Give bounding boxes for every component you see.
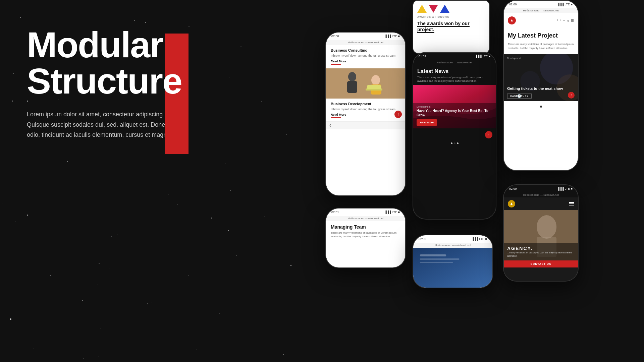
star-random-32 xyxy=(7,9,8,9)
status-bar-bottom-mid: 02:00 ▐▐▐ LTE ■ xyxy=(413,235,492,243)
url-news: Небезопасно — rainbowit.net xyxy=(413,60,496,65)
blog-text-2: I throw myself down among the tall grass… xyxy=(331,107,400,112)
phone-project-screen: 02:00 ▐▐▐ LTE ■ Небезопасно — rainbowit.… xyxy=(504,1,578,170)
blog-text-1: I throw myself down among the tall grass… xyxy=(331,54,400,58)
svg-rect-19 xyxy=(420,258,460,260)
clock-icon-project: 🕐 xyxy=(517,93,521,99)
signal-blog: ▐▐▐ LTE ■ xyxy=(385,35,400,38)
star-5 xyxy=(67,161,68,162)
phone-bottom-mid: 02:00 ▐▐▐ LTE ■ Небезопасно — rainbowit.… xyxy=(413,235,493,288)
svg-rect-2 xyxy=(347,81,357,93)
star-random-17 xyxy=(109,268,109,268)
star-random-25 xyxy=(83,358,84,359)
phone-project: 02:00 ▐▐▐ LTE ■ Небезопасно — rainbowit.… xyxy=(503,0,579,171)
star-random-5 xyxy=(177,204,178,205)
star-random-37 xyxy=(230,190,231,191)
star-random-39 xyxy=(211,218,212,219)
social-icons: f t in ig ☰ xyxy=(557,19,574,22)
signal-agency: ▐▐▐ LTE ■ xyxy=(557,187,573,190)
star-random-36 xyxy=(204,240,204,241)
star-random-3 xyxy=(244,201,244,201)
read-more-1[interactable]: Read More xyxy=(331,60,400,63)
star-random-29 xyxy=(99,263,99,264)
svg-marker-9 xyxy=(440,5,449,13)
phone-news: 01:59 ▐▐▐ LTE ■ Небезопасно — rainbowit.… xyxy=(413,52,496,220)
star-6 xyxy=(27,215,28,216)
star-random-12 xyxy=(111,236,112,237)
dev-tag-project: Development xyxy=(507,57,521,59)
phone-team-screen: 02:01 ▐▐▐ LTE ■ Небезопасно — rainbowit.… xyxy=(326,208,405,267)
time-project: 02:00 xyxy=(509,3,517,6)
instagram-icon: ig xyxy=(567,19,569,22)
agency-brand: AGENCY. xyxy=(507,246,575,251)
project-header: f t in ig ☰ xyxy=(504,13,578,28)
star-7 xyxy=(117,235,118,235)
status-bar-blog: 02:00 ▐▐▐ LTE ■ xyxy=(326,33,405,40)
read-more-btn-news[interactable]: Read More xyxy=(417,119,437,126)
svg-point-3 xyxy=(371,75,380,85)
star-random-13 xyxy=(99,356,99,357)
agency-header xyxy=(504,197,578,210)
svg-rect-6 xyxy=(367,85,381,89)
svg-marker-7 xyxy=(417,5,427,13)
agency-logo xyxy=(508,200,515,207)
phone-awards-screen: AWARDS & HONORS The awards won by our pr… xyxy=(413,1,489,53)
phone-news-screen: 01:59 ▐▐▐ LTE ■ Небезопасно — rainbowit.… xyxy=(413,53,496,219)
dot-2 xyxy=(454,142,455,144)
star-random-24 xyxy=(98,285,98,285)
news-image-overlay: Development Have You Heard? Agency Is Yo… xyxy=(413,103,496,128)
star-14 xyxy=(34,349,34,349)
scroll-up-news[interactable]: ↑ xyxy=(485,131,492,138)
news-dots xyxy=(413,141,496,145)
signal-news: ▐▐▐ LTE ■ xyxy=(475,55,490,58)
svg-rect-20 xyxy=(420,262,453,263)
svg-point-1 xyxy=(348,72,356,81)
project-description: There are many variations of passages of… xyxy=(508,42,574,50)
star-random-22 xyxy=(261,101,262,102)
menu-icon-project[interactable]: ☰ xyxy=(571,19,574,22)
news-image: Development Have You Heard? Agency Is Yo… xyxy=(413,85,496,128)
project-content: My Latest Project There are many variati… xyxy=(504,28,578,54)
status-bar-project: 02:00 ▐▐▐ LTE ■ xyxy=(504,1,578,8)
news-article-title: Have You Heard? Agency Is Your Best Bet … xyxy=(417,109,492,117)
star-0 xyxy=(20,17,21,18)
project-article-title: Getting tickets to the next show xyxy=(507,86,575,91)
star-random-6 xyxy=(20,213,20,214)
team-headline: Managing Team xyxy=(331,224,400,230)
project-up-arrow[interactable]: ↑ xyxy=(568,92,575,99)
star-random-21 xyxy=(236,255,237,255)
main-headline: Modular Structure xyxy=(27,27,182,99)
hamburger-menu[interactable] xyxy=(569,202,574,205)
time-team: 02:01 xyxy=(331,210,339,214)
star-random-16 xyxy=(196,350,197,350)
phone-awards: AWARDS & HONORS The awards won by our pr… xyxy=(413,0,490,54)
dot-3 xyxy=(457,142,459,144)
star-random-2 xyxy=(225,163,225,164)
blog-title-2: Business Development xyxy=(331,102,400,106)
phone-bottom-mid-screen: 02:00 ▐▐▐ LTE ■ Небезопасно — rainbowit.… xyxy=(413,235,492,288)
project-dot xyxy=(504,101,578,111)
star-8 xyxy=(168,194,168,195)
phone-blog-screen: 02:00 ▐▐▐ LTE ■ Небезопасно — rainbowit.… xyxy=(326,33,405,195)
phone-blog: 02:00 ▐▐▐ LTE ■ Небезопасно — rainbowit.… xyxy=(325,32,406,196)
url-project: Небезопасно — rainbowit.net xyxy=(504,8,578,13)
dev-tag-news: Development xyxy=(417,106,492,108)
svg-marker-8 xyxy=(429,5,438,13)
news-footer: ↑ xyxy=(413,128,496,141)
star-10 xyxy=(151,302,152,302)
time-agency: 02:00 xyxy=(509,187,517,190)
star-random-10 xyxy=(264,217,265,218)
phone-agency-screen: 02:00 ▐▐▐ LTE ■ Небезопасно — rainbowit.… xyxy=(504,185,578,281)
star-random-23 xyxy=(283,354,284,355)
news-description: There are many variations of passages of… xyxy=(417,75,492,83)
signal-project: ▐▐▐ LTE ■ xyxy=(557,3,573,6)
scroll-up-btn[interactable]: ↑ xyxy=(394,111,402,118)
svg-rect-0 xyxy=(326,68,405,99)
phone-agency: 02:00 ▐▐▐ LTE ■ Небезопасно — rainbowit.… xyxy=(503,184,579,282)
facebook-icon: f xyxy=(557,19,558,22)
read-more-2[interactable]: Read More xyxy=(331,113,400,116)
awards-headline: The awards won by our project. xyxy=(417,20,485,33)
contact-us-button[interactable]: CONTACT US xyxy=(504,260,578,267)
project-logo xyxy=(508,16,516,24)
signal-team: ▐▐▐ LTE ■ xyxy=(385,210,400,214)
